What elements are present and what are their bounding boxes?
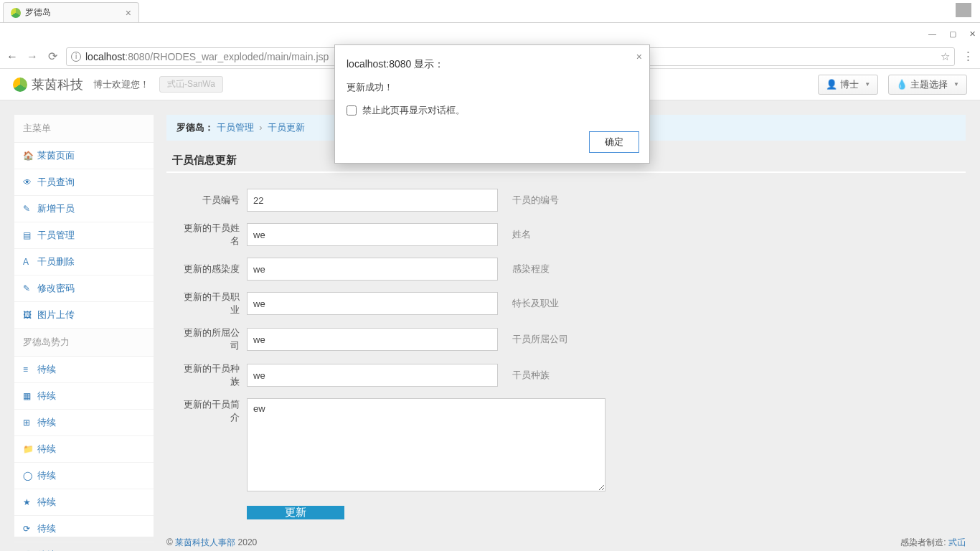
dialog-suppress-checkbox[interactable] [347, 105, 357, 116]
sidebar-item-icon: ≡ [23, 364, 33, 375]
sidebar-item-label: 待续 [37, 363, 56, 376]
breadcrumb-current[interactable]: 干员更新 [268, 122, 305, 133]
field-input-2[interactable] [247, 258, 498, 281]
alert-dialog: × localhost:8080 显示： 更新成功！ 禁止此页再显示对话框。 确… [334, 44, 650, 164]
sidebar-item-icon: ▦ [23, 391, 33, 401]
brand[interactable]: 莱茵科技 [13, 76, 83, 93]
sidebar-item-icon: 🖼 [23, 310, 33, 320]
field-label: 干员编号 [176, 194, 247, 207]
sidebar-item-force-2[interactable]: ⊞待续 [14, 410, 154, 436]
main-content: 罗德岛： 干员管理 › 干员更新 干员信息更新 干员编号干员的编号更新的干员姓名… [166, 115, 966, 537]
sidebar-item-label: 待续 [37, 443, 56, 456]
browser-menu-icon[interactable]: ⋮ [962, 49, 974, 64]
field-hint: 干员所屈公司 [512, 333, 568, 346]
field-label: 更新的感染度 [176, 263, 247, 276]
sidebar-item-force-4[interactable]: ◯待续 [14, 463, 154, 489]
sidebar-item-label: 待续 [37, 522, 56, 535]
welcome-text: 博士欢迎您！ [93, 78, 149, 91]
sidebar-item-main-5[interactable]: ✎修改密码 [14, 276, 154, 302]
sidebar-item-label: 待续 [37, 496, 56, 509]
breadcrumb-parent[interactable]: 干员管理 [217, 122, 254, 133]
sidebar-item-force-6[interactable]: ⟳待续 [14, 516, 154, 542]
reload-icon[interactable]: ⟳ [46, 50, 59, 63]
form-row-2: 更新的感染度感染程度 [166, 258, 966, 281]
field-input-4[interactable] [247, 328, 498, 351]
forward-icon[interactable]: → [26, 50, 39, 63]
dialog-close-icon[interactable]: × [636, 51, 642, 62]
brand-name: 莱茵科技 [32, 76, 83, 93]
tab-close-icon[interactable]: × [126, 7, 131, 19]
back-icon[interactable]: ← [6, 50, 19, 63]
field-hint: 感染程度 [512, 263, 550, 276]
browser-tab-strip: 罗德岛 × [0, 0, 980, 23]
field-input-3[interactable] [247, 292, 498, 315]
field-hint: 干员种族 [512, 369, 550, 382]
user-button[interactable]: 👤 博士 [818, 75, 878, 95]
sidebar-item-label: 图片上传 [37, 309, 75, 321]
site-info-icon[interactable]: i [71, 52, 81, 62]
field-label: 更新的干员种族 [176, 362, 247, 388]
sidebar-item-label: 莱茵页面 [37, 149, 75, 162]
bookmark-icon[interactable]: ☆ [941, 50, 950, 63]
sidebar-item-icon: ⟳ [23, 524, 33, 534]
dialog-message: 更新成功！ [347, 81, 638, 94]
sidebar-item-force-1[interactable]: ▦待续 [14, 383, 154, 410]
sidebar-item-icon: ◯ [23, 471, 33, 481]
theme-button[interactable]: 💧 主题选择 [888, 75, 967, 95]
sidebar-item-label: 修改密码 [37, 282, 75, 295]
sidebar-item-icon: 📁 [23, 444, 33, 454]
url-text: localhost:8080/RHODES_war_exploded/main/… [85, 51, 329, 62]
field-input-0[interactable] [247, 189, 498, 212]
browser-tab[interactable]: 罗德岛 × [3, 2, 139, 22]
sidebar-item-icon: ⊞ [23, 418, 33, 428]
form-row-1: 更新的干员姓名姓名 [166, 222, 966, 248]
sidebar-item-icon: ✎ [23, 204, 33, 214]
field-input-5[interactable] [247, 364, 498, 387]
sidebar-item-label: 新增干员 [37, 202, 75, 215]
sidebar-item-main-6[interactable]: 🖼图片上传 [14, 302, 154, 329]
footer-author-link[interactable]: 弎屲 [948, 537, 966, 547]
field-input-1[interactable] [247, 223, 498, 246]
bio-textarea[interactable] [247, 398, 606, 491]
sidebar-item-force-5[interactable]: ★待续 [14, 489, 154, 516]
breadcrumb-root: 罗德岛： [176, 122, 214, 133]
footer: © 莱茵科技人事部 2020 感染者制造: 弎屲 [166, 532, 966, 551]
form-row-bio: 更新的干员简介 [166, 398, 966, 491]
sidebar-item-label: 待续 [37, 469, 56, 482]
sidebar-item-main-1[interactable]: 👁干员查询 [14, 169, 154, 196]
field-hint: 干员的编号 [512, 194, 559, 207]
submit-button[interactable]: 更新 [247, 506, 344, 519]
sidebar-item-label: 待续 [37, 416, 56, 429]
minimize-icon[interactable]: — [928, 29, 936, 38]
field-label: 更新的干员姓名 [176, 222, 247, 248]
field-hint: 特长及职业 [512, 297, 559, 310]
tab-favicon [11, 8, 21, 18]
form-row-3: 更新的干员职业特长及职业 [166, 291, 966, 316]
footer-link[interactable]: 莱茵科技人事部 [175, 537, 235, 547]
sidebar-item-main-3[interactable]: ▤干员管理 [14, 222, 154, 249]
form-row-0: 干员编号干员的编号 [166, 189, 966, 212]
field-label: 更新的干员职业 [176, 291, 247, 316]
dialog-title: localhost:8080 显示： [347, 58, 638, 71]
sidebar-item-force-7[interactable]: 🔒待续 [14, 542, 154, 551]
sidebar-item-label: 干员删除 [37, 255, 75, 268]
sidebar-item-force-0[interactable]: ≡待续 [14, 357, 154, 383]
sidebar-item-label: 干员管理 [37, 229, 75, 242]
sidebar-item-main-0[interactable]: 🏠莱茵页面 [14, 143, 154, 169]
maximize-icon[interactable]: ▢ [949, 29, 956, 39]
account-icon[interactable] [956, 3, 971, 17]
bio-label: 更新的干员简介 [176, 398, 247, 424]
sidebar-item-label: 待续 [37, 390, 56, 402]
field-hint: 姓名 [512, 228, 531, 241]
sidebar: 主菜单 🏠莱茵页面👁干员查询✎新增干员▤干员管理A干员删除✎修改密码🖼图片上传 … [14, 115, 154, 537]
dialog-suppress-label[interactable]: 禁止此页再显示对话框。 [347, 104, 638, 117]
tab-title: 罗德岛 [25, 6, 51, 19]
sidebar-heading-forces: 罗德岛势力 [14, 329, 154, 357]
sidebar-item-main-2[interactable]: ✎新增干员 [14, 196, 154, 222]
sidebar-item-force-3[interactable]: 📁待续 [14, 436, 154, 463]
close-window-icon[interactable]: ✕ [969, 29, 976, 39]
form-row-5: 更新的干员种族干员种族 [166, 362, 966, 388]
brand-logo-icon [13, 77, 27, 92]
sidebar-item-main-4[interactable]: A干员删除 [14, 249, 154, 276]
dialog-ok-button[interactable]: 确定 [589, 131, 639, 153]
